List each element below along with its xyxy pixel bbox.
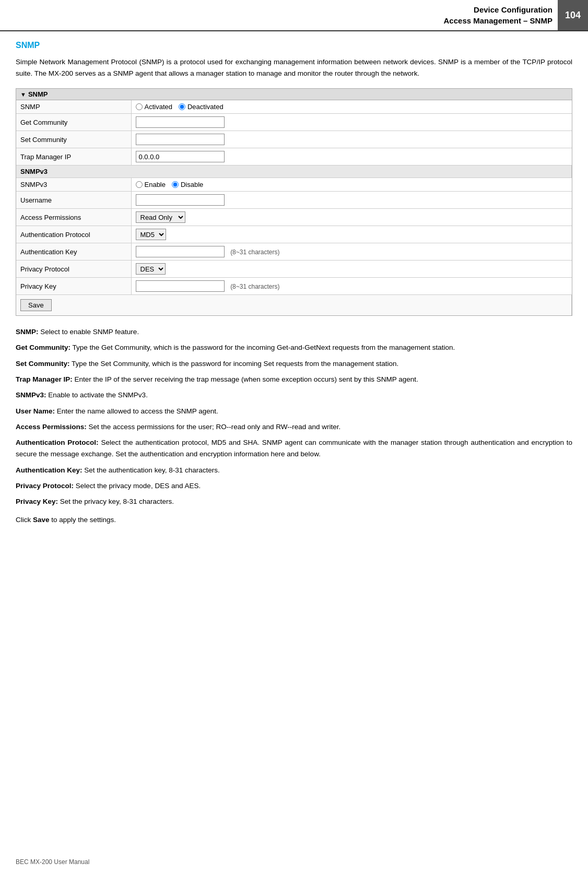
desc-access-permissions-text: Set the access permissions for the user;… [89,423,341,431]
config-table: SNMP Activated Deactivated [16,100,572,315]
click-save-suffix: to apply the settings. [50,516,116,524]
config-section-header: ▼ SNMP [16,89,572,100]
value-snmpv3: Enable Disable [131,178,572,192]
snmp-radio-group: Activated Deactivated [136,103,568,111]
label-auth-key: Authentication Key [16,243,131,261]
table-row-access-permissions: Access Permissions Read Only Read Write [16,209,572,226]
desc-snmp-text: Select to enable SNMP feature. [40,328,139,336]
intro-text: Simple Network Management Protocol (SNMP… [16,56,572,79]
trap-manager-ip-input[interactable] [136,151,225,162]
privacy-key-hint: (8~31 characters) [230,283,279,290]
desc-set-community-term: Set Community: [16,360,70,368]
label-username: Username [16,192,131,209]
snmp-deactivated-radio[interactable] [179,103,185,110]
value-trap-manager-ip [131,148,572,165]
page-header: Device Configuration Access Management –… [0,0,588,31]
table-row-snmp: SNMP Activated Deactivated [16,100,572,114]
value-set-community [131,131,572,148]
get-community-input[interactable] [136,116,225,128]
snmp-activated-radio[interactable] [136,103,143,110]
table-row-username: Username [16,192,572,209]
desc-get-community: Get Community: Type the Get Community, w… [16,342,572,353]
snmpv3-header-label: SNMPv3 [16,165,572,178]
desc-snmpv3-term: SNMPv3: [16,391,46,399]
snmpv3-enable-label[interactable]: Enable [136,181,166,188]
desc-snmpv3: SNMPv3: Enable to activate the SNMPv3. [16,389,572,401]
desc-get-community-text: Type the Get Community, which is the pas… [73,344,455,351]
auth-key-input[interactable] [136,246,225,257]
desc-privacy-key: Privacy Key: Set the privacy key, 8-31 c… [16,496,572,507]
desc-snmpv3-text: Enable to activate the SNMPv3. [48,391,148,399]
desc-auth-protocol-term: Authentication Protocol: [16,439,99,446]
collapse-arrow-icon: ▼ [20,91,26,98]
snmpv3-enable-radio[interactable] [136,181,143,188]
privacy-key-input[interactable] [136,280,225,292]
table-row-trap-manager-ip: Trap Manager IP [16,148,572,165]
header-title-bottom: Access Management – SNMP [444,15,552,26]
desc-auth-key-term: Authentication Key: [16,466,83,474]
desc-privacy-key-text: Set the privacy key, 8-31 characters. [60,498,174,505]
config-box: ▼ SNMP SNMP Activated Deactivated [16,88,572,316]
value-privacy-key: (8~31 characters) [131,278,572,295]
label-privacy-protocol: Privacy Protocol [16,261,131,278]
snmp-activated-text: Activated [145,103,172,111]
desc-auth-key-text: Set the authentication key, 8-31 charact… [84,466,219,474]
snmpv3-disable-radio[interactable] [172,181,179,188]
header-title-top: Device Configuration [444,4,552,15]
config-section-label: SNMP [28,90,48,98]
label-set-community: Set Community [16,131,131,148]
desc-auth-key: Authentication Key: Set the authenticati… [16,465,572,476]
desc-privacy-protocol-term: Privacy Protocol: [16,482,74,490]
value-privacy-protocol: DES AES [131,261,572,278]
desc-access-permissions: Access Permissions: Set the access permi… [16,421,572,433]
privacy-protocol-select[interactable]: DES AES [136,263,166,275]
section-heading: SNMP [16,41,572,50]
value-username [131,192,572,209]
label-snmp: SNMP [16,100,131,114]
desc-snmp-term: SNMP: [16,328,39,336]
value-access-permissions: Read Only Read Write [131,209,572,226]
table-row-save: Save [16,295,572,316]
label-access-permissions: Access Permissions [16,209,131,226]
table-row-privacy-protocol: Privacy Protocol DES AES [16,261,572,278]
snmpv3-disable-label[interactable]: Disable [172,181,203,188]
auth-protocol-select[interactable]: MD5 SHA [136,229,166,240]
desc-username-text: Enter the name allowed to access the SNM… [57,407,218,415]
page-number: 104 [558,0,588,30]
label-snmpv3: SNMPv3 [16,178,131,192]
snmpv3-enable-text: Enable [145,181,166,188]
username-input[interactable] [136,194,225,206]
set-community-input[interactable] [136,134,225,145]
label-auth-protocol: Authentication Protocol [16,226,131,243]
save-cell: Save [16,295,572,316]
desc-access-permissions-term: Access Permissions: [16,423,87,431]
snmpv3-disable-text: Disable [181,181,203,188]
label-get-community: Get Community [16,114,131,131]
snmp-deactivated-label[interactable]: Deactivated [179,103,224,111]
snmpv3-radio-group: Enable Disable [136,181,568,188]
desc-auth-protocol-text: Select the authentication protocol, MD5 … [16,439,572,458]
value-get-community [131,114,572,131]
save-button[interactable]: Save [20,299,52,311]
desc-set-community: Set Community: Type the Set Community, w… [16,358,572,370]
desc-trap-manager-ip: Trap Manager IP: Enter the IP of the ser… [16,374,572,385]
desc-set-community-text: Type the Set Community, which is the pas… [72,360,398,368]
desc-username: User Name: Enter the name allowed to acc… [16,406,572,417]
click-save-bold: Save [33,516,50,524]
snmp-activated-label[interactable]: Activated [136,103,172,111]
desc-snmp: SNMP: Select to enable SNMP feature. [16,326,572,338]
value-auth-protocol: MD5 SHA [131,226,572,243]
click-save-para: Click Save to apply the settings. [16,516,572,524]
footer: BEC MX-200 User Manual [16,858,89,866]
access-permissions-select[interactable]: Read Only Read Write [136,211,185,223]
table-row-set-community: Set Community [16,131,572,148]
header-title: Device Configuration Access Management –… [439,0,558,30]
desc-trap-manager-ip-term: Trap Manager IP: [16,375,73,383]
label-trap-manager-ip: Trap Manager IP [16,148,131,165]
desc-trap-manager-ip-text: Enter the IP of the server receiving the… [75,375,418,383]
description-section: SNMP: Select to enable SNMP feature. Get… [16,326,572,524]
table-row-auth-protocol: Authentication Protocol MD5 SHA [16,226,572,243]
table-row-privacy-key: Privacy Key (8~31 characters) [16,278,572,295]
table-row-get-community: Get Community [16,114,572,131]
desc-get-community-term: Get Community: [16,344,70,351]
